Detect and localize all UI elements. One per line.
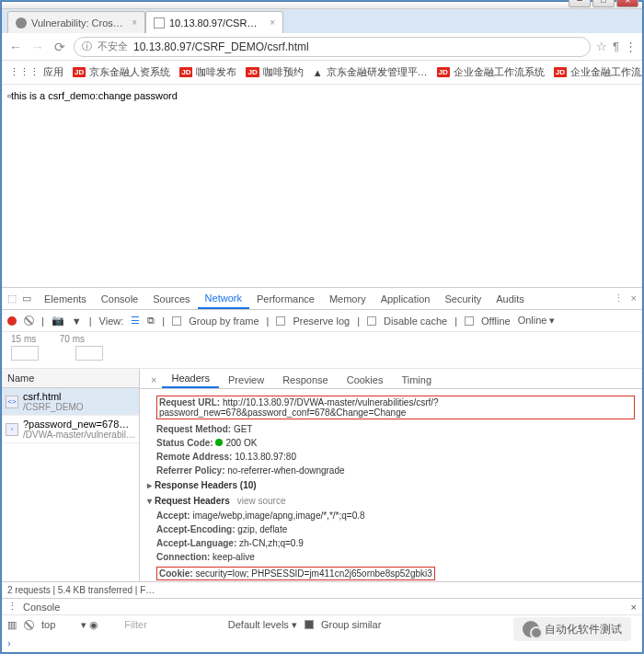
close-button[interactable]: ✕: [616, 0, 638, 7]
inspect-icon[interactable]: ⬚: [7, 293, 17, 304]
network-footer: 2 requests | 5.4 KB transferred | F…: [2, 581, 642, 598]
detail-tabbar: × Headers Preview Response Cookies Timin…: [140, 369, 642, 389]
tab-label: Vulnerability: Cross Sit…: [31, 17, 123, 29]
waterfall-icon[interactable]: ⧉: [147, 315, 155, 327]
address-bar: ← → ⟳ ⓘ 不安全 10.13.80.97/CSRF_DEMO/csrf.h…: [2, 33, 642, 61]
devtools-tab[interactable]: Memory: [322, 290, 374, 308]
url-text: 10.13.80.97/CSRF_DEMO/csrf.html: [133, 40, 309, 53]
file-icon: ▫: [6, 423, 18, 436]
eye-icon[interactable]: ▾ ◉: [81, 619, 98, 631]
bookmark-item[interactable]: JD企业金融工作流系统: [554, 65, 642, 79]
browser-tab-active[interactable]: 10.13.80.97/CSRF_DEM ×: [145, 11, 283, 33]
request-headers-toggle[interactable]: ▾Request Headersview source: [147, 493, 635, 509]
tab-close-icon[interactable]: ×: [132, 17, 137, 28]
request-list: Name <> csrf.html/CSRF_DEMO ▫ ?password_…: [2, 369, 140, 581]
devtools: ⬚ ▭ Elements Console Sources Network Per…: [2, 287, 642, 652]
wechat-label: 自动化软件测试: [545, 622, 622, 637]
detail-tab[interactable]: Cookies: [338, 372, 393, 388]
preserve-log-checkbox[interactable]: [276, 316, 285, 326]
detail-tab-headers[interactable]: Headers: [162, 370, 219, 388]
close-detail-icon[interactable]: ×: [145, 372, 162, 388]
devtools-tab[interactable]: Application: [374, 290, 438, 308]
bookmark-item[interactable]: ▲ 京东金融研发管理平…: [313, 65, 428, 79]
detail-tab[interactable]: Timing: [392, 372, 441, 388]
devtools-close-icon[interactable]: ×: [631, 293, 637, 304]
context-select[interactable]: top: [41, 619, 55, 630]
name-column-header[interactable]: Name: [2, 369, 139, 388]
detail-tab[interactable]: Response: [273, 372, 338, 388]
insecure-label: 不安全: [98, 40, 128, 53]
url-input[interactable]: ⓘ 不安全 10.13.80.97/CSRF_DEMO/csrf.html: [74, 37, 591, 57]
offline-checkbox[interactable]: [465, 316, 474, 326]
device-icon[interactable]: ▭: [22, 293, 31, 304]
devtools-tab[interactable]: Audits: [489, 290, 532, 308]
devtools-menu-icon[interactable]: ⋮: [614, 293, 624, 304]
wechat-watermark: 自动化软件测试: [513, 617, 631, 641]
network-body: Name <> csrf.html/CSRF_DEMO ▫ ?password_…: [2, 369, 642, 581]
clear-button[interactable]: [24, 316, 34, 326]
star-icon[interactable]: ☆: [596, 40, 607, 53]
console-close-icon[interactable]: ×: [631, 602, 637, 613]
wechat-icon: [523, 621, 539, 637]
timeline[interactable]: 15 ms 70 ms: [2, 332, 642, 369]
group-similar-checkbox[interactable]: [305, 620, 314, 629]
tab-strip: Vulnerability: Cross Sit… × 10.13.80.97/…: [2, 9, 642, 33]
request-row[interactable]: ▫ ?password_new=678&pass…/DVWA-master/vu…: [2, 416, 139, 443]
maximize-button[interactable]: □: [592, 0, 615, 7]
headers-panel: Request URL: http://10.13.80.97/DVWA-mas…: [140, 389, 642, 581]
bookmark-item[interactable]: JD京东金融人资系统: [73, 65, 170, 79]
sidebar-icon[interactable]: ▥: [7, 619, 17, 631]
detail-tab[interactable]: Preview: [219, 372, 273, 388]
back-button[interactable]: ←: [7, 40, 24, 54]
disable-cache-checkbox[interactable]: [367, 316, 376, 326]
group-by-frame-checkbox[interactable]: [172, 316, 181, 326]
menu-icon[interactable]: ⋮: [625, 40, 637, 53]
bookmark-item[interactable]: JD企业金融工作流系统: [437, 65, 545, 79]
favicon-icon: [154, 17, 165, 29]
console-toggle-icon[interactable]: ⋮: [7, 601, 17, 613]
levels-select[interactable]: Default levels ▾: [228, 619, 297, 631]
devtools-tab[interactable]: Elements: [37, 290, 94, 308]
pilcrow-icon[interactable]: ¶: [613, 40, 619, 53]
throttle-select[interactable]: Online ▾: [518, 315, 556, 327]
devtools-tabbar: ⬚ ▭ Elements Console Sources Network Per…: [2, 288, 642, 310]
filter-icon[interactable]: ▼: [72, 316, 82, 327]
screenshot-icon[interactable]: 📷: [52, 315, 64, 327]
minimize-button[interactable]: ─: [569, 0, 591, 7]
info-icon[interactable]: ⓘ: [82, 40, 92, 53]
record-button[interactable]: [7, 316, 17, 326]
bookmark-item[interactable]: JD咖啡发布: [179, 65, 236, 79]
filter-input[interactable]: Filter: [124, 619, 146, 630]
page-text: this is a csrf_demo:change password: [11, 90, 178, 101]
network-toolbar: | 📷 ▼ | View: ☰ ⧉ | Group by frame | Pre…: [2, 310, 642, 332]
view-label: View:: [99, 316, 124, 327]
window-titlebar: ─ □ ✕: [2, 2, 642, 9]
devtools-tab[interactable]: Security: [437, 290, 489, 308]
reload-button[interactable]: ⟳: [52, 40, 68, 54]
devtools-tab[interactable]: Console: [94, 290, 145, 308]
request-row[interactable]: <> csrf.html/CSRF_DEMO: [2, 388, 139, 416]
request-detail: × Headers Preview Response Cookies Timin…: [140, 369, 642, 581]
page-content: ▫this is a csrf_demo:change password: [2, 85, 642, 287]
large-rows-icon[interactable]: ☰: [131, 315, 140, 327]
forward-button[interactable]: →: [29, 40, 46, 54]
tab-label: 10.13.80.97/CSRF_DEM: [169, 17, 261, 29]
apps-button[interactable]: ⋮⋮⋮ 应用: [9, 65, 63, 79]
browser-window: ─ □ ✕ Vulnerability: Cross Sit… × 10.13.…: [1, 1, 643, 653]
console-tab[interactable]: Console: [23, 602, 60, 613]
response-headers-toggle[interactable]: ▸Response Headers (10): [147, 477, 635, 493]
bookmarks-bar: ⋮⋮⋮ 应用 JD京东金融人资系统 JD咖啡发布 JD咖啡预约 ▲ 京东金融研发…: [2, 61, 642, 85]
devtools-tab[interactable]: Performance: [249, 290, 322, 308]
devtools-tab-network[interactable]: Network: [198, 289, 249, 309]
tab-close-icon[interactable]: ×: [270, 17, 275, 28]
favicon-icon: [16, 17, 27, 29]
browser-tab[interactable]: Vulnerability: Cross Sit… ×: [7, 11, 145, 33]
clear-console-button[interactable]: [24, 620, 34, 630]
devtools-tab[interactable]: Sources: [145, 290, 197, 308]
bookmark-item[interactable]: JD咖啡预约: [246, 65, 303, 79]
file-icon: <>: [6, 396, 18, 408]
